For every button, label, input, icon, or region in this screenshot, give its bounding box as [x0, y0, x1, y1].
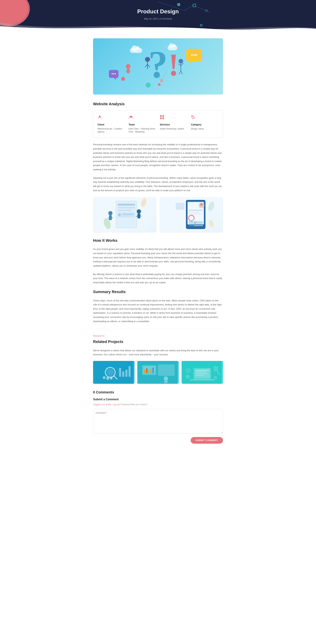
paragraph-summary: These days, much of this two-way communi…	[93, 298, 223, 324]
svg-point-38	[108, 211, 112, 215]
svg-point-15	[126, 64, 130, 69]
svg-point-65	[207, 201, 215, 212]
deco-square-2	[200, 24, 202, 26]
svg-rect-97	[196, 372, 206, 372]
svg-rect-54	[189, 214, 201, 214]
svg-rect-101	[214, 366, 218, 372]
required-note: Required fields are marked *	[121, 403, 148, 406]
svg-rect-32	[118, 207, 135, 208]
services-icon	[160, 115, 188, 121]
paragraph-how-2: By offering clients a chance to see what…	[93, 272, 223, 285]
client-icon	[97, 115, 125, 121]
svg-rect-84	[144, 370, 145, 373]
svg-point-9	[179, 59, 183, 64]
hero-illustration: ? !	[93, 38, 223, 94]
img-right-inner: 1 30 100	[160, 198, 223, 232]
two-col-images: 1 30 100	[93, 197, 223, 232]
svg-rect-99	[196, 375, 204, 376]
project-card-3[interactable]	[182, 361, 223, 384]
header-wave	[0, 23, 316, 31]
img-left-inner	[93, 198, 156, 232]
col-image-right: 1 30 100	[160, 197, 223, 232]
svg-rect-85	[146, 368, 147, 373]
svg-rect-28	[162, 118, 164, 119]
client-value: WebGeniusLab – Creative Agency	[97, 128, 125, 133]
svg-rect-3	[177, 3, 180, 6]
project-3-illustration	[182, 361, 223, 384]
svg-point-23	[130, 116, 131, 117]
svg-point-73	[107, 369, 114, 376]
svg-point-35	[118, 214, 121, 216]
svg-rect-26	[162, 115, 164, 117]
category-value: Design, Ideas	[191, 128, 219, 130]
services-value: Adobe Photoshop, Sketch	[160, 128, 188, 130]
deco-square-1	[193, 4, 196, 7]
paragraph-2: Standing out is just one of the signific…	[93, 176, 223, 192]
svg-rect-95	[190, 379, 215, 380]
login-link[interactable]: Logged in as amika. Log out?	[93, 403, 121, 406]
svg-rect-36	[122, 214, 133, 215]
question-mark: ?	[148, 45, 168, 84]
left-illustration	[93, 198, 156, 232]
svg-point-102	[214, 376, 217, 379]
projects-eyebrow: PROJECTS	[93, 335, 223, 338]
svg-rect-37	[122, 216, 130, 216]
cloud-1	[130, 48, 142, 53]
project-card-1[interactable]	[93, 361, 134, 384]
svg-rect-33	[118, 210, 131, 211]
svg-point-90	[164, 376, 168, 380]
paragraph-how-1: As your brand grows and you gain more vi…	[93, 247, 223, 268]
svg-rect-53	[189, 212, 199, 213]
svg-rect-91	[164, 380, 168, 383]
svg-line-12	[181, 63, 183, 66]
page-title: Product Design	[3, 7, 313, 16]
speech-bubble-yellow	[186, 49, 202, 61]
svg-point-100	[185, 368, 191, 374]
section-analysis-title: Website Analysis	[93, 101, 223, 107]
section-how-title: How It Works	[93, 238, 223, 244]
deco-circle-pink2	[158, 83, 160, 86]
svg-text:30: 30	[191, 221, 193, 222]
svg-point-76	[110, 377, 112, 380]
svg-line-13	[179, 71, 181, 74]
svg-rect-61	[189, 226, 194, 226]
category-icon	[191, 115, 219, 121]
svg-point-51	[200, 203, 203, 206]
svg-rect-77	[119, 368, 121, 377]
info-category: Category Design, Ideas	[191, 115, 219, 133]
svg-point-66	[208, 220, 214, 228]
info-card: Client WebGeniusLab – Creative Agency Te…	[93, 110, 223, 138]
client-label: Client	[97, 123, 125, 126]
info-services: Services Adobe Photoshop, Sketch	[160, 115, 188, 133]
comments-title: 0 Comments	[93, 390, 223, 395]
projects-grid	[93, 361, 223, 384]
svg-rect-104	[186, 375, 189, 378]
svg-rect-89	[158, 364, 175, 376]
post-meta: May 14, 2021 | 0 comments	[3, 17, 313, 21]
svg-rect-31	[118, 204, 135, 206]
submit-comment-title: Submit a Comment	[93, 397, 223, 402]
svg-rect-98	[196, 374, 208, 374]
svg-point-29	[192, 116, 193, 117]
svg-line-18	[128, 70, 131, 71]
svg-rect-88	[152, 368, 154, 373]
svg-point-42	[137, 210, 141, 214]
projects-desc: We've designed a culture that allows our…	[93, 348, 223, 357]
col-image-left	[93, 197, 156, 232]
project-card-2[interactable]	[137, 361, 179, 384]
section-summary-title: Summary Results	[93, 289, 223, 295]
svg-rect-79	[125, 370, 127, 377]
svg-line-17	[125, 70, 128, 72]
projects-title: Related Projects	[93, 338, 223, 345]
paragraph-1: Personal branding remains one of the bes…	[93, 142, 223, 172]
project-1-illustration	[93, 361, 134, 384]
svg-rect-27	[160, 118, 162, 119]
hero-image: ? !	[93, 38, 223, 94]
main-content: ? !	[89, 31, 227, 451]
submit-comment-button[interactable]: SUBMIT COMMENT	[191, 437, 223, 444]
svg-point-75	[106, 377, 109, 380]
comment-textarea[interactable]	[93, 409, 223, 434]
svg-rect-80	[128, 366, 131, 377]
svg-line-14	[181, 71, 183, 74]
svg-rect-16	[127, 69, 130, 73]
